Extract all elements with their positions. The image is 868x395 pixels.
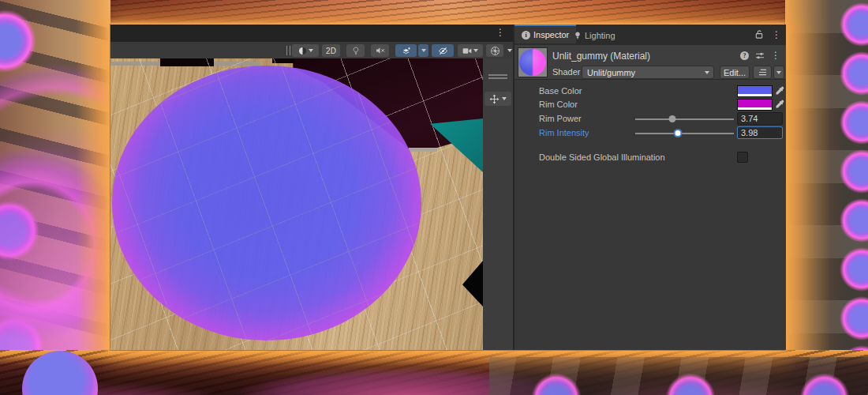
scene-visibility-toggle[interactable]: [432, 44, 454, 57]
eye-slash-icon: [438, 47, 448, 55]
rim-power-slider-handle[interactable]: [668, 115, 675, 122]
shader-label: Shader: [552, 67, 580, 77]
inspector-menu-kebab-icon[interactable]: ⋮: [772, 30, 781, 40]
base-color-alpha-bar: [738, 94, 772, 96]
base-color-label: Base Color: [539, 86, 582, 96]
tab-lighting[interactable]: Lighting: [567, 26, 623, 45]
rim-color-label: Rim Color: [539, 100, 578, 109]
property-row-double-sided-gi: Double Sided Global Illumination: [514, 152, 786, 164]
rim-color-fill: [738, 100, 772, 107]
effects-toggle[interactable]: [395, 44, 417, 57]
scene-menu-kebab-icon[interactable]: ⋮: [496, 28, 505, 37]
speaker-muted-icon: [376, 47, 385, 55]
orientation-gizmo-button[interactable]: [486, 44, 503, 57]
move-tool-button[interactable]: [485, 92, 511, 106]
rim-power-slider[interactable]: [635, 118, 734, 120]
unlocked-padlock-icon[interactable]: [754, 29, 764, 40]
scene-overlay-strip: [483, 58, 513, 350]
chevron-down-icon: [776, 71, 781, 74]
eyedropper-icon[interactable]: [774, 86, 784, 96]
material-preview-sphere: [519, 49, 546, 76]
chevron-down-icon: [309, 49, 313, 52]
rim-power-label: Rim Power: [539, 114, 582, 123]
rim-intensity-slider[interactable]: [635, 133, 734, 134]
screen: ⋮ 2D: [0, 0, 868, 395]
scene-toolbar: 2D: [110, 42, 514, 58]
bulb-icon: [574, 31, 582, 40]
camera-icon: [462, 47, 472, 55]
material-title: Unlit_gummy (Material): [552, 51, 650, 62]
bulb-icon: [352, 47, 360, 55]
scene-view-pane: ⋮ 2D: [110, 24, 514, 350]
double-sided-gi-label: Double Sided Global Illumination: [539, 152, 665, 162]
list-menu-icon: [758, 69, 767, 76]
2d-toggle-button[interactable]: 2D: [322, 44, 340, 57]
audio-toggle[interactable]: [371, 44, 389, 57]
chevron-down-icon: [473, 49, 478, 52]
effects-dropdown[interactable]: [418, 44, 428, 57]
eyedropper-icon[interactable]: [774, 100, 784, 110]
scene-titlebar: ⋮: [110, 24, 514, 42]
background-right-spheres: [785, 0, 868, 395]
material-properties: Base Color Rim Color: [514, 80, 786, 350]
grid-through-sphere: [112, 66, 421, 340]
tab-inspector-label: Inspector: [533, 30, 569, 40]
scene-viewport[interactable]: [110, 58, 483, 350]
material-header: Unlit_gummy (Material) ? ⋮ Shader Unlit/…: [514, 45, 786, 80]
rim-intensity-value: 3.98: [741, 128, 758, 137]
rim-power-value: 3.74: [741, 114, 758, 123]
property-row-rim-power: Rim Power 3.74: [514, 113, 786, 126]
rim-intensity-value-field[interactable]: 3.98: [737, 126, 783, 139]
property-row-rim-intensity: Rim Intensity 3.98: [514, 127, 786, 140]
rim-intensity-slider-handle[interactable]: [673, 129, 682, 137]
property-row-base-color: Base Color: [514, 85, 786, 98]
overlay-grip-handle[interactable]: [488, 74, 507, 79]
shaded-sphere-icon: [298, 47, 307, 55]
material-menu-kebab-icon[interactable]: ⋮: [771, 51, 780, 60]
base-color-fill: [738, 86, 772, 94]
shader-dropdown[interactable]: Unlit/gummy: [582, 66, 714, 79]
help-icon[interactable]: ?: [740, 51, 749, 60]
double-sided-gi-checkbox[interactable]: [737, 152, 748, 163]
material-preview-thumbnail[interactable]: [518, 47, 548, 77]
effects-layers-icon: [402, 47, 411, 55]
inspector-pane: i Inspector Lighting ⋮: [514, 24, 786, 350]
toolbar-grip-handle[interactable]: [286, 46, 290, 55]
window-glow-left: [76, 0, 110, 395]
unity-editor-window: ⋮ 2D: [110, 24, 785, 351]
2d-label: 2D: [326, 47, 336, 55]
shader-menu-button[interactable]: [753, 66, 772, 79]
shader-row: Shader Unlit/gummy Edit...: [552, 66, 783, 79]
inspector-tabbar: i Inspector Lighting ⋮: [514, 24, 786, 45]
edit-shader-button[interactable]: Edit...: [720, 66, 750, 79]
move-tool-icon: [489, 94, 499, 104]
shader-dropdown-value: Unlit/gummy: [587, 68, 635, 77]
base-color-swatch[interactable]: [737, 85, 773, 97]
rim-color-alpha-bar: [738, 107, 772, 110]
orientation-gizmo-icon: [490, 46, 500, 56]
rim-power-value-field[interactable]: 3.74: [737, 112, 783, 125]
chevron-down-icon: [705, 71, 709, 74]
shader-extra-dropdown[interactable]: [773, 66, 784, 79]
chevron-down-icon: [507, 49, 512, 52]
presets-icon[interactable]: [755, 51, 765, 60]
background-top-swirl: [0, 0, 868, 25]
rim-color-swatch[interactable]: [737, 99, 773, 111]
scene-lighting-toggle[interactable]: [346, 44, 365, 57]
tab-lighting-label: Lighting: [585, 31, 615, 40]
draw-mode-button[interactable]: [292, 44, 319, 57]
chevron-down-icon: [502, 97, 507, 100]
background-bottom-spheres: [489, 357, 868, 395]
chevron-down-icon: [421, 49, 426, 52]
info-icon: i: [522, 31, 530, 40]
edit-button-label: Edit...: [724, 68, 746, 77]
property-row-rim-color: Rim Color: [514, 99, 786, 111]
rim-intensity-label: Rim Intensity: [539, 128, 589, 137]
scene-camera-button[interactable]: [458, 44, 483, 57]
